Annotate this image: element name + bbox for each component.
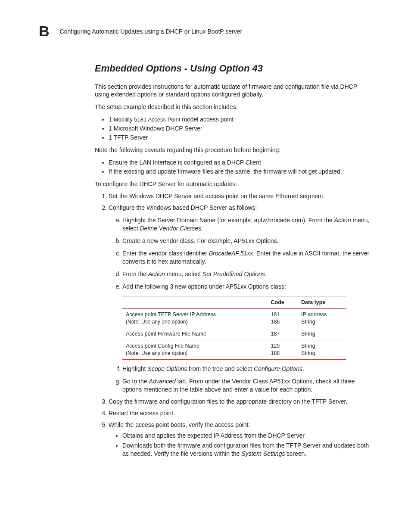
list-item: Configure the Windows based DHCP Server … [109,204,372,393]
list-item: Enter the vendor class Identifier Brocad… [122,249,372,266]
section-letter: B [39,22,50,41]
list-item: Downloads both the firmware and configur… [122,442,372,458]
list-item: 1 Microsoft Windows DHCP Server [109,124,372,133]
page-header: B Configuring Automatic Updates using a … [39,22,372,41]
list-item: Set the Windows DHCP Server and access p… [109,192,372,200]
list-item: Restart the access point. [109,409,372,417]
table-row: Access point Firmware File Name 187 Stri… [122,328,346,340]
list-item: Create a new vendor class. For example, … [122,237,372,245]
list-item: Obtains and applies the expected IP Addr… [122,432,372,440]
options-table: Code Data type Access point TFTP Server … [122,296,346,360]
list-item: While the access point boots, verify the… [109,421,372,458]
setup-list: 1 Mobility 5181 Access Point model acces… [95,115,372,142]
table-row: Access point TFTP Server IP Address (Not… [122,309,346,328]
list-item: 1 TFTP Server [109,134,372,142]
table-row: Access point Config File Name (Note: Use… [122,340,346,360]
section-heading: Embedded Options - Using Option 43 [39,62,372,75]
list-item: 1 Mobility 5181 Access Point model acces… [109,115,372,124]
content: This section provides instructions for a… [39,83,372,458]
alpha-list: Highlight the Server Domain Name (for ex… [109,216,372,393]
table-header: Data type [298,296,346,309]
list-item: Go to the Advanced tab. From under the V… [122,377,372,394]
list-item: Highlight Scope Options from the tree an… [122,365,372,373]
sub-bullets: Obtains and applies the expected IP Addr… [109,432,372,458]
table-header [122,296,267,309]
intro-paragraph: This section provides instructions for a… [95,83,372,99]
caveat-list: Ensure the LAN Interface is configured a… [95,159,372,176]
list-item: From the Action menu, select Set Predefi… [122,270,372,278]
header-title: Configuring Automatic Updates using a DH… [60,28,243,36]
list-item: Highlight the Server Domain Name (for ex… [122,216,372,233]
table-header: Code [267,296,298,309]
steps-list: Set the Windows DHCP Server and access p… [95,192,372,457]
list-item: Add the following 3 new options under AP… [122,283,372,360]
list-item: Ensure the LAN Interface is configured a… [109,159,372,167]
list-item: If the existing and update firmware file… [109,168,372,176]
list-item: Copy the firmware and configuration file… [109,398,372,406]
caveat-line: Note the following caveats regarding thi… [95,146,372,154]
setup-line: The setup example described in this sect… [95,103,372,111]
config-line: To configure the DHCP Server for automat… [95,180,372,188]
